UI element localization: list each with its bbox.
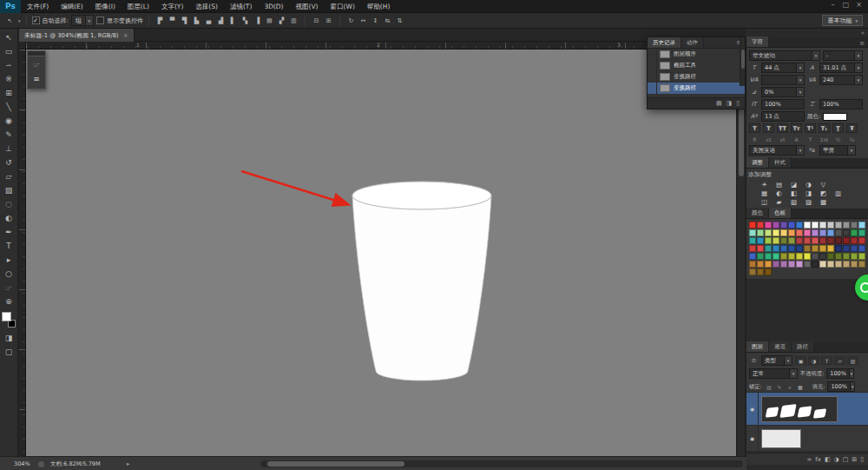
color-swatch[interactable]	[858, 237, 865, 244]
hand-tool[interactable]: ☞	[0, 281, 18, 295]
color-swatch[interactable]	[843, 237, 850, 244]
delete-state-icon[interactable]: ▯	[736, 100, 740, 107]
color-swatch[interactable]	[819, 229, 826, 236]
auto-select-dropdown[interactable]: 组 ▾	[71, 15, 94, 26]
close-tab-icon[interactable]: ×	[123, 32, 128, 39]
color-swatch[interactable]	[749, 261, 756, 268]
baseline-shift-field[interactable]: 13 点	[761, 111, 805, 122]
color-swatch[interactable]	[812, 229, 819, 236]
subscript-button[interactable]: T₁	[819, 123, 830, 133]
layer-group-icon[interactable]: ▢	[843, 456, 849, 463]
history-state[interactable]: 变换路径	[648, 71, 745, 83]
titling-alternates-button[interactable]: 1st	[819, 135, 830, 143]
color-swatch[interactable]	[773, 253, 779, 260]
auto-align-icon[interactable]: ⊟	[311, 15, 322, 26]
color-swatch[interactable]	[757, 229, 764, 236]
color-swatch[interactable]	[851, 245, 858, 252]
blur-tool[interactable]: ◌	[0, 197, 18, 211]
color-swatch[interactable]	[796, 245, 803, 252]
discretionary-ligatures-button[interactable]: st	[777, 135, 788, 143]
align-bottom-icon[interactable]: ▟	[215, 15, 227, 26]
color-swatch[interactable]	[796, 253, 803, 260]
history-brush-source-cell[interactable]	[648, 60, 657, 71]
font-size-field[interactable]: 44 点 ▾	[761, 63, 805, 73]
color-swatch[interactable]	[827, 229, 834, 236]
path-selection-tool[interactable]: ▸	[0, 253, 18, 267]
color-swatch[interactable]	[851, 261, 858, 268]
adjustments-tab[interactable]: 样式	[769, 157, 792, 168]
restore-button[interactable]: □	[839, 0, 852, 10]
menu-item[interactable]: 帮助(H)	[361, 0, 397, 13]
layer-row[interactable]: ◉	[746, 426, 868, 452]
exposure-icon[interactable]: ◑	[803, 181, 814, 189]
swatches-tab[interactable]: 色板	[769, 208, 792, 218]
channel-mixer-icon[interactable]: ◩	[818, 189, 829, 197]
small-caps-button[interactable]: Tт	[791, 123, 802, 133]
color-swatch[interactable]	[827, 253, 834, 260]
eye-icon[interactable]: ◉	[746, 426, 759, 451]
color-swatch[interactable]	[835, 245, 842, 252]
type-tool[interactable]: T	[0, 239, 18, 253]
blend-mode-select[interactable]: 正常 ▾	[749, 368, 798, 379]
color-lookup-icon[interactable]: ▥	[832, 189, 844, 197]
black-white-icon[interactable]: ◧	[788, 189, 799, 197]
eye-icon[interactable]: ◉	[746, 393, 759, 425]
history-tab[interactable]: 历史记录	[648, 37, 681, 48]
eraser-tool[interactable]: ▱	[0, 169, 18, 183]
zoom-level[interactable]: 304%	[14, 460, 30, 467]
layer-style-icon[interactable]: fx	[815, 456, 821, 463]
color-swatch[interactable]	[843, 253, 850, 260]
history-state[interactable]: 变换路径	[648, 83, 745, 94]
distribute-vcenter-icon[interactable]: ▚	[240, 15, 251, 26]
color-swatch[interactable]	[757, 237, 764, 244]
color-swatch[interactable]	[843, 222, 850, 228]
menu-item[interactable]: 视图(V)	[290, 0, 325, 13]
ordinals-button[interactable]: ½	[832, 135, 844, 143]
color-swatch[interactable]	[796, 229, 803, 236]
color-swatch[interactable]	[788, 222, 795, 228]
color-swatch[interactable]	[773, 245, 779, 252]
color-swatch[interactable]	[788, 253, 795, 260]
lock-position-icon[interactable]: +	[786, 382, 794, 391]
levels-icon[interactable]: ▤	[773, 181, 785, 189]
color-swatch[interactable]	[804, 229, 811, 236]
color-swatch[interactable]	[780, 229, 787, 236]
color-swatch[interactable]	[749, 245, 756, 252]
new-doc-from-state-icon[interactable]: ▤	[716, 100, 722, 107]
color-swatch[interactable]	[773, 261, 779, 268]
ligatures-button[interactable]: ﬁ	[749, 135, 760, 143]
menu-item[interactable]: 图像(I)	[89, 0, 122, 13]
scroll-icon[interactable]: ≡	[28, 71, 45, 86]
minimize-button[interactable]: –	[826, 0, 839, 10]
3d-slide-icon[interactable]: ⇆	[382, 15, 393, 26]
color-swatch[interactable]	[858, 253, 865, 260]
color-swatch[interactable]	[843, 261, 850, 268]
distribute-bottom-icon[interactable]: ▐	[252, 15, 263, 26]
font-style-select[interactable]: - ▾	[823, 50, 863, 61]
color-swatch[interactable]	[819, 253, 826, 260]
layer-thumbnail[interactable]	[761, 429, 801, 448]
color-swatch[interactable]	[780, 222, 787, 228]
color-swatch[interactable]	[757, 253, 764, 260]
history-state[interactable]: 椭圆工具	[648, 60, 745, 71]
proportional-spacing-field[interactable]: 0% ▾	[761, 87, 805, 97]
new-layer-icon[interactable]: ⊞	[852, 456, 857, 463]
color-swatch[interactable]	[843, 245, 850, 252]
fractions-button[interactable]: ¼	[846, 135, 858, 143]
layers-tab[interactable]: 路径	[792, 341, 814, 352]
color-swatch[interactable]	[773, 237, 779, 244]
history-brush-source-cell[interactable]	[648, 71, 657, 83]
history-brush-tool[interactable]: ↺	[0, 156, 18, 169]
color-swatch[interactable]	[851, 237, 858, 244]
3d-roll-icon[interactable]: ↔	[358, 15, 369, 26]
contextual-alternates-button[interactable]: ct	[763, 135, 774, 143]
workspace-switcher[interactable]: 基本功能 ▾	[822, 15, 863, 26]
selective-color-icon[interactable]: ▩	[818, 198, 829, 206]
color-swatch[interactable]	[858, 229, 865, 236]
color-swatch[interactable]	[765, 268, 772, 275]
layers-tab[interactable]: 通道	[769, 341, 792, 352]
color-swatch[interactable]	[819, 261, 826, 268]
move-tool[interactable]: ↖	[0, 30, 18, 44]
color-swatch[interactable]	[765, 245, 772, 252]
menu-item[interactable]: 3D(D)	[258, 0, 289, 13]
